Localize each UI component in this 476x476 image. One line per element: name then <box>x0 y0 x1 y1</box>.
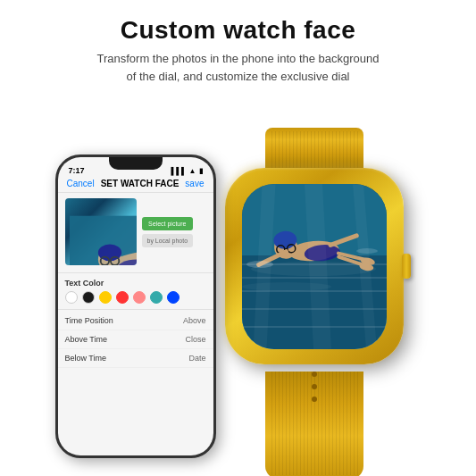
phone-body: 7:17 ▌▌▌ ▲ ▮ Cancel SET WATCH FACE save <box>55 154 216 458</box>
band-hole-1 <box>312 372 317 377</box>
band-hole-3 <box>312 397 317 402</box>
svg-line-39 <box>260 184 269 349</box>
page-subtitle: Transform the photos in the phone into t… <box>18 50 458 85</box>
phone-side-buttons: Select picture by Local photo <box>142 198 194 265</box>
watch-band-bottom <box>265 372 363 476</box>
below-time-value: Date <box>188 354 205 363</box>
color-blue[interactable] <box>167 291 180 304</box>
phone-notch <box>109 157 163 170</box>
time-position-value: Above <box>183 316 206 325</box>
color-white[interactable] <box>65 291 78 304</box>
above-time-row: Above Time Close <box>58 330 213 349</box>
watch-screen <box>242 184 387 349</box>
phone-image-area: Select picture by Local photo <box>58 193 213 271</box>
above-time-value: Close <box>185 335 205 344</box>
divider-1 <box>58 272 213 273</box>
phone-time: 7:17 <box>69 166 85 175</box>
color-teal[interactable] <box>150 291 163 304</box>
color-palette <box>65 291 206 304</box>
wifi-icon: ▲ <box>189 167 196 175</box>
status-icons: ▌▌▌ ▲ ▮ <box>171 167 203 175</box>
band-hole-2 <box>312 384 317 389</box>
watch-crown <box>402 254 411 279</box>
phone-nav-bar: Cancel SET WATCH FACE save <box>58 177 213 193</box>
above-time-label: Above Time <box>65 335 108 344</box>
time-position-label: Time Position <box>65 316 113 325</box>
time-position-row: Time Position Above <box>58 312 213 330</box>
divider-2 <box>58 309 213 310</box>
local-photo-button[interactable]: by Local photo <box>142 234 194 247</box>
battery-icon: ▮ <box>199 167 203 175</box>
text-color-section: Text Color <box>58 275 213 307</box>
text-color-label: Text Color <box>65 279 206 288</box>
watch-mockup <box>207 128 422 458</box>
watch-band-top <box>265 128 363 168</box>
page-title: Custom watch face <box>18 16 458 45</box>
main-content: 7:17 ▌▌▌ ▲ ▮ Cancel SET WATCH FACE save <box>0 90 476 476</box>
page-header: Custom watch face Transform the photos i… <box>0 0 476 90</box>
swimmer-image-small <box>70 207 137 265</box>
color-pink[interactable] <box>133 291 146 304</box>
color-red[interactable] <box>116 291 129 304</box>
watch-display-image <box>242 184 387 349</box>
watch-case <box>225 168 404 364</box>
save-button[interactable]: save <box>185 179 204 188</box>
phone-mockup: 7:17 ▌▌▌ ▲ ▮ Cancel SET WATCH FACE save <box>55 154 216 458</box>
phone-screen: 7:17 ▌▌▌ ▲ ▮ Cancel SET WATCH FACE save <box>58 157 213 455</box>
signal-icon: ▌▌▌ <box>171 167 187 175</box>
svg-line-40 <box>313 184 322 349</box>
below-time-label: Below Time <box>65 354 107 363</box>
color-black[interactable] <box>82 291 95 304</box>
phone-preview-image <box>65 198 137 265</box>
below-time-row: Below Time Date <box>58 349 213 368</box>
cancel-button[interactable]: Cancel <box>67 179 95 188</box>
nav-title: SET WATCH FACE <box>101 179 180 188</box>
select-picture-button[interactable]: Select picture <box>142 217 194 230</box>
color-yellow[interactable] <box>99 291 112 304</box>
